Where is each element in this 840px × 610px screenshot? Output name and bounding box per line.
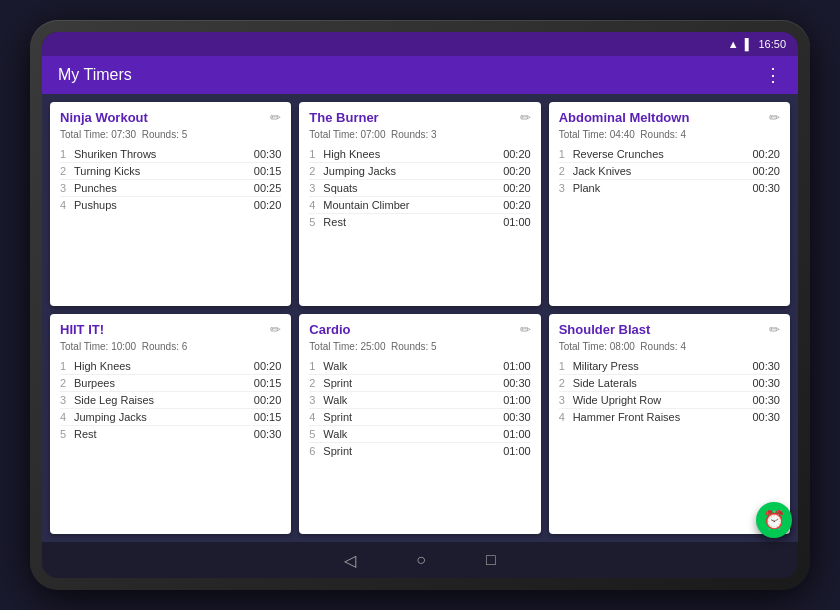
list-item: 5 Rest 00:30: [60, 426, 281, 442]
card-header-shoulder: Shoulder Blast ✏: [559, 322, 780, 337]
card-title-cardio: Cardio: [309, 322, 350, 337]
card-meta-hiit: Total Time: 10:00 Rounds: 6: [60, 341, 281, 352]
card-title-shoulder: Shoulder Blast: [559, 322, 651, 337]
card-header-ninja: Ninja Workout ✏: [60, 110, 281, 125]
status-bar: ▲ ▌ 16:50: [42, 32, 798, 56]
app-bar: My Timers ⋮: [42, 56, 798, 94]
card-title-burner: The Burner: [309, 110, 378, 125]
edit-icon-shoulder[interactable]: ✏: [769, 322, 780, 337]
tablet-screen: ▲ ▌ 16:50 My Timers ⋮ Ninja Workout ✏ To…: [42, 32, 798, 578]
edit-icon-ninja[interactable]: ✏: [270, 110, 281, 125]
list-item: 3 Plank 00:30: [559, 180, 780, 196]
list-item: 1 High Knees 00:20: [60, 358, 281, 375]
list-item: 3 Side Leg Raises 00:20: [60, 392, 281, 409]
list-item: 2 Side Laterals 00:30: [559, 375, 780, 392]
list-item: 2 Sprint 00:30: [309, 375, 530, 392]
list-item: 1 Reverse Crunches 00:20: [559, 146, 780, 163]
card-meta-cardio: Total Time: 25:00 Rounds: 5: [309, 341, 530, 352]
recents-button[interactable]: □: [486, 551, 496, 569]
add-timer-fab[interactable]: ⏰: [756, 502, 792, 538]
card-meta-ab: Total Time: 04:40 Rounds: 4: [559, 129, 780, 140]
more-menu-icon[interactable]: ⋮: [764, 64, 782, 86]
card-meta-ninja: Total Time: 07:30 Rounds: 5: [60, 129, 281, 140]
card-meta-burner: Total Time: 07:00 Rounds: 3: [309, 129, 530, 140]
back-button[interactable]: ◁: [344, 551, 356, 570]
list-item: 4 Jumping Jacks 00:15: [60, 409, 281, 426]
card-the-burner: The Burner ✏ Total Time: 07:00 Rounds: 3…: [299, 102, 540, 306]
battery-icon: ▌: [745, 38, 753, 50]
wifi-icon: ▲: [728, 38, 739, 50]
card-header-burner: The Burner ✏: [309, 110, 530, 125]
list-item: 3 Squats 00:20: [309, 180, 530, 197]
card-header-ab: Abdominal Meltdown ✏: [559, 110, 780, 125]
card-shoulder-blast: Shoulder Blast ✏ Total Time: 08:00 Round…: [549, 314, 790, 535]
card-cardio: Cardio ✏ Total Time: 25:00 Rounds: 5 1 W…: [299, 314, 540, 535]
card-abdominal-meltdown: Abdominal Meltdown ✏ Total Time: 04:40 R…: [549, 102, 790, 306]
list-item: 3 Wide Upright Row 00:30: [559, 392, 780, 409]
home-button[interactable]: ○: [416, 551, 426, 569]
edit-icon-burner[interactable]: ✏: [520, 110, 531, 125]
card-meta-shoulder: Total Time: 08:00 Rounds: 4: [559, 341, 780, 352]
list-item: 2 Burpees 00:15: [60, 375, 281, 392]
nav-bar: ◁ ○ □: [42, 542, 798, 578]
app-title: My Timers: [58, 66, 132, 84]
card-header-hiit: HIIT IT! ✏: [60, 322, 281, 337]
list-item: 6 Sprint 01:00: [309, 443, 530, 459]
list-item: 3 Walk 01:00: [309, 392, 530, 409]
edit-icon-cardio[interactable]: ✏: [520, 322, 531, 337]
edit-icon-ab[interactable]: ✏: [769, 110, 780, 125]
card-title-ab: Abdominal Meltdown: [559, 110, 690, 125]
list-item: 4 Mountain Climber 00:20: [309, 197, 530, 214]
status-time: 16:50: [758, 38, 786, 50]
alarm-icon: ⏰: [763, 509, 785, 531]
list-item: 2 Turning Kicks 00:15: [60, 163, 281, 180]
edit-icon-hiit[interactable]: ✏: [270, 322, 281, 337]
list-item: 3 Punches 00:25: [60, 180, 281, 197]
list-item: 1 Walk 01:00: [309, 358, 530, 375]
list-item: 2 Jumping Jacks 00:20: [309, 163, 530, 180]
card-title-hiit: HIIT IT!: [60, 322, 104, 337]
list-item: 4 Pushups 00:20: [60, 197, 281, 213]
main-content: Ninja Workout ✏ Total Time: 07:30 Rounds…: [42, 94, 798, 542]
list-item: 1 Shuriken Throws 00:30: [60, 146, 281, 163]
list-item: 5 Walk 01:00: [309, 426, 530, 443]
card-ninja-workout: Ninja Workout ✏ Total Time: 07:30 Rounds…: [50, 102, 291, 306]
list-item: 4 Hammer Front Raises 00:30: [559, 409, 780, 425]
card-hiit: HIIT IT! ✏ Total Time: 10:00 Rounds: 6 1…: [50, 314, 291, 535]
tablet-outer: ▲ ▌ 16:50 My Timers ⋮ Ninja Workout ✏ To…: [30, 20, 810, 590]
list-item: 4 Sprint 00:30: [309, 409, 530, 426]
list-item: 1 High Knees 00:20: [309, 146, 530, 163]
card-header-cardio: Cardio ✏: [309, 322, 530, 337]
list-item: 5 Rest 01:00: [309, 214, 530, 230]
list-item: 2 Jack Knives 00:20: [559, 163, 780, 180]
list-item: 1 Military Press 00:30: [559, 358, 780, 375]
card-title-ninja: Ninja Workout: [60, 110, 148, 125]
